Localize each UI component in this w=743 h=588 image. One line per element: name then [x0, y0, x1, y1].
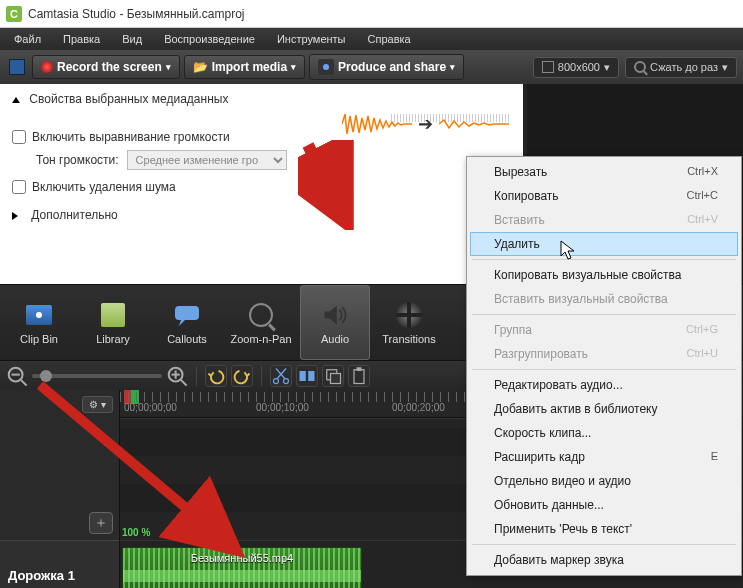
checkbox-label: Включить выравнивание громкости: [32, 130, 230, 144]
arrow-right-icon: ➔: [418, 113, 433, 135]
clip-label: Безымянный55.mp4: [191, 552, 293, 564]
ctx-clip-speed[interactable]: Скорость клипа...: [470, 421, 738, 445]
camera-icon: [318, 59, 334, 75]
ctx-extend-frame[interactable]: Расширить кадрE: [470, 445, 738, 469]
menu-bar: Файл Правка Вид Воспроизведение Инструме…: [0, 28, 743, 50]
properties-panel: Свойства выбранных медиаданных Включить …: [0, 84, 527, 284]
tab-label: Callouts: [167, 333, 207, 345]
floppy-icon: [9, 59, 25, 75]
ctx-paste: ВставитьCtrl+V: [470, 208, 738, 232]
svg-line-4: [181, 380, 187, 386]
tab-clipbin[interactable]: Clip Bin: [4, 285, 74, 360]
save-button[interactable]: [6, 56, 28, 78]
undo-button[interactable]: [205, 365, 227, 387]
menu-file[interactable]: Файл: [4, 30, 51, 48]
track-header[interactable]: Дорожка 1: [0, 540, 119, 588]
ctx-copy[interactable]: КопироватьCtrl+C: [470, 184, 738, 208]
menu-view[interactable]: Вид: [112, 30, 152, 48]
noise-removal-checkbox[interactable]: Включить удаления шума: [12, 180, 511, 194]
svg-line-10: [276, 368, 285, 378]
svg-rect-14: [331, 373, 341, 383]
tab-callouts[interactable]: Callouts: [152, 285, 222, 360]
advanced-label: Дополнительно: [31, 208, 117, 222]
menu-edit[interactable]: Правка: [53, 30, 110, 48]
time-label: 00;00;20;00: [392, 402, 445, 413]
ctx-speech[interactable]: Применить 'Речь в текст': [470, 517, 738, 541]
ctx-add-asset[interactable]: Добавить актив в библиотеку: [470, 397, 738, 421]
ctx-group: ГруппаCtrl+G: [470, 318, 738, 342]
library-icon: [101, 303, 125, 327]
tone-label: Тон громкости:: [36, 153, 119, 167]
svg-rect-16: [357, 367, 362, 371]
checkbox-input[interactable]: [12, 130, 26, 144]
slider-thumb[interactable]: [40, 370, 52, 382]
dimensions-label: 800x600: [558, 61, 600, 73]
menu-help[interactable]: Справка: [358, 30, 421, 48]
copy-button[interactable]: [322, 365, 344, 387]
zoom-fit-button[interactable]: Сжать до раз ▾: [625, 57, 737, 78]
expand-icon[interactable]: [12, 212, 22, 220]
collapse-icon[interactable]: [12, 97, 20, 103]
zoom-slider[interactable]: [32, 374, 162, 378]
cut-button[interactable]: [270, 365, 292, 387]
zoom-in-button[interactable]: [166, 365, 188, 387]
chevron-down-icon: ▾: [101, 399, 106, 410]
ctx-cut[interactable]: ВырезатьCtrl+X: [470, 160, 738, 184]
context-menu: ВырезатьCtrl+X КопироватьCtrl+C Вставить…: [466, 156, 742, 576]
timeline-tracks-header: ⚙ ▾ ＋ Дорожка 1: [0, 390, 120, 588]
split-button[interactable]: [296, 365, 318, 387]
ctx-update[interactable]: Обновить данные...: [470, 493, 738, 517]
zoom-out-button[interactable]: [6, 365, 28, 387]
ctx-paste-visual: Вставить визуальный свойства: [470, 287, 738, 311]
tab-label: Clip Bin: [20, 333, 58, 345]
tab-audio[interactable]: Audio: [300, 285, 370, 360]
add-track-button[interactable]: ＋: [89, 512, 113, 534]
gear-icon: ⚙: [89, 399, 98, 410]
chevron-down-icon: ▾: [604, 61, 610, 74]
tone-select[interactable]: Среднее изменение гро: [127, 150, 287, 170]
menu-tools[interactable]: Инструменты: [267, 30, 356, 48]
menu-play[interactable]: Воспроизведение: [154, 30, 265, 48]
timeline-settings-button[interactable]: ⚙ ▾: [82, 396, 113, 413]
tab-label: Library: [96, 333, 130, 345]
speaker-icon: [321, 301, 349, 329]
chevron-down-icon: ▾: [166, 62, 171, 72]
callouts-icon: [173, 301, 201, 329]
folder-icon: 📂: [193, 60, 208, 74]
tab-transitions[interactable]: Transitions: [374, 285, 444, 360]
paste-button[interactable]: [348, 365, 370, 387]
svg-rect-15: [354, 369, 364, 383]
panel-title: Свойства выбранных медиаданных: [29, 92, 228, 106]
ctx-copy-visual[interactable]: Копировать визуальные свойства: [470, 263, 738, 287]
media-clip[interactable]: Безымянный55.mp4: [122, 547, 362, 588]
svg-line-1: [21, 380, 27, 386]
main-toolbar: Record the screen ▾ 📂 Import media ▾ Pro…: [0, 50, 743, 84]
tab-label: Transitions: [382, 333, 435, 345]
import-button[interactable]: 📂 Import media ▾: [184, 55, 305, 79]
time-label: 00;00;00;00: [124, 402, 177, 413]
window-title: Camtasia Studio - Безымянный.camproj: [28, 7, 244, 21]
chevron-down-icon: ▾: [722, 61, 728, 74]
svg-point-7: [274, 378, 279, 383]
chevron-down-icon: ▾: [450, 62, 455, 72]
clipbin-icon: [26, 305, 52, 325]
transitions-icon: [396, 302, 422, 328]
record-button[interactable]: Record the screen ▾: [32, 55, 180, 79]
ctx-delete[interactable]: Удалить: [470, 232, 738, 256]
tab-zoompan[interactable]: Zoom-n-Pan: [226, 285, 296, 360]
ctx-edit-audio[interactable]: Редактировать аудио...: [470, 373, 738, 397]
ctx-add-marker[interactable]: Добавить маркер звука: [470, 548, 738, 572]
redo-button[interactable]: [231, 365, 253, 387]
magnifier-icon: [249, 303, 273, 327]
tab-library[interactable]: Library: [78, 285, 148, 360]
ctx-separate[interactable]: Отдельно видео и аудио: [470, 469, 738, 493]
chevron-down-icon: ▾: [291, 62, 296, 72]
title-bar: C Camtasia Studio - Безымянный.camproj: [0, 0, 743, 28]
dimensions-button[interactable]: 800x600 ▾: [533, 57, 619, 78]
checkbox-input[interactable]: [12, 180, 26, 194]
import-label: Import media: [212, 60, 287, 74]
produce-button[interactable]: Produce and share ▾: [309, 54, 464, 80]
svg-rect-12: [308, 371, 314, 381]
app-icon: C: [6, 6, 22, 22]
ctx-ungroup: РазгруппироватьCtrl+U: [470, 342, 738, 366]
